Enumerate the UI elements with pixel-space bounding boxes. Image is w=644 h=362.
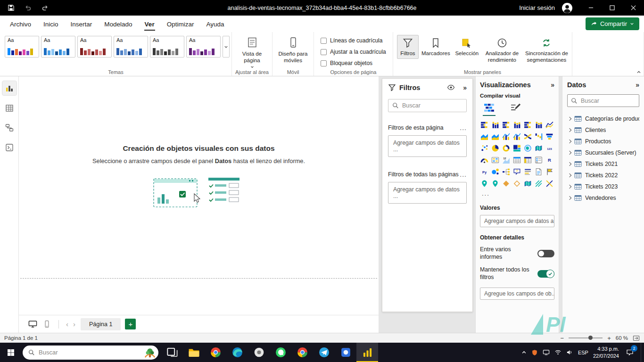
theme-card-carmesi[interactable]: Aa <box>77 36 112 58</box>
tray-display-icon[interactable] <box>543 349 550 356</box>
custom-visual-1-icon[interactable] <box>534 179 543 188</box>
zoom-slider-knob[interactable] <box>588 336 593 340</box>
kpi-icon[interactable]: 12 <box>502 156 510 164</box>
collapse-filters-icon[interactable]: » <box>463 84 467 91</box>
chevron-right-icon[interactable] <box>568 117 571 121</box>
clustered-bar-chart-icon[interactable] <box>502 120 510 129</box>
data-table-vendedores[interactable]: Vendedores <box>567 192 639 204</box>
filters-all-more-button[interactable]: ... <box>460 173 467 176</box>
dax-query-view-button[interactable] <box>2 140 17 155</box>
model-view-button[interactable] <box>2 121 17 135</box>
line-chart-icon[interactable] <box>545 120 553 129</box>
report-view-button[interactable] <box>2 81 17 95</box>
paginated-report-icon[interactable] <box>534 167 543 176</box>
ribbon-chart-icon[interactable] <box>523 132 532 140</box>
menu-optimizar[interactable]: Optimizar <box>161 16 200 31</box>
data-search-box[interactable] <box>567 94 639 107</box>
python-visual-icon[interactable]: Py <box>480 167 488 176</box>
data-table-categor-as-de-product[interactable]: Categorías de product... <box>567 113 639 124</box>
data-search-input[interactable] <box>581 98 636 104</box>
stacked-bar-chart-icon[interactable] <box>480 120 488 129</box>
redo-button[interactable] <box>38 0 52 16</box>
matrix-icon[interactable] <box>523 156 532 164</box>
taskbar-power-bi-icon[interactable] <box>356 343 378 362</box>
filters-eye-icon[interactable] <box>447 83 455 91</box>
values-field-well[interactable]: Agregar campos de datos a... <box>480 215 554 227</box>
menu-inicio[interactable]: Inicio <box>37 16 65 31</box>
previous-page-icon[interactable]: ‹ <box>64 320 71 328</box>
chevron-right-icon[interactable] <box>568 151 571 155</box>
arcgis-map-icon[interactable] <box>491 179 499 188</box>
slicer-icon[interactable] <box>534 156 543 164</box>
shape-map-icon[interactable] <box>523 179 532 188</box>
funnel-chart-icon[interactable] <box>545 132 553 140</box>
metrics-icon[interactable] <box>545 167 553 176</box>
smart-narrative-icon[interactable] <box>523 167 532 176</box>
stacked-area-chart-icon[interactable] <box>491 132 499 140</box>
selection-pane-button[interactable]: Selección <box>453 35 481 59</box>
mobile-layout-button[interactable]: Diseño para móviles <box>272 32 314 64</box>
theme-card-clasico[interactable]: Aa <box>114 36 148 58</box>
new-page-button[interactable]: + <box>125 319 136 329</box>
tray-wifi-icon[interactable] <box>554 349 561 356</box>
r-script-visual-icon[interactable]: R <box>545 156 553 164</box>
menu-ver[interactable]: Ver <box>139 16 161 31</box>
minimize-button[interactable] <box>580 0 602 16</box>
tray-chevron-up-icon[interactable] <box>521 350 527 355</box>
tray-shield-icon[interactable] <box>531 349 538 356</box>
more-visuals-button[interactable]: ... <box>482 190 490 197</box>
tray-volume-icon[interactable] <box>566 349 573 356</box>
power-automate-visual-icon[interactable] <box>512 179 521 188</box>
taskbar-search[interactable] <box>23 346 158 360</box>
zoom-slider[interactable] <box>569 337 603 338</box>
snap-to-grid-checkbox-row[interactable]: Ajustar a la cuadrícula <box>321 49 393 55</box>
bookmarks-pane-button[interactable]: Marcadores <box>420 35 452 59</box>
start-button[interactable] <box>0 343 22 362</box>
data-table-tickets-2022[interactable]: Tickets 2022 <box>567 170 639 181</box>
treemap-icon[interactable] <box>512 144 521 152</box>
theme-card-azul[interactable]: Aa <box>41 36 75 58</box>
menu-modelado[interactable]: Modelado <box>98 16 138 31</box>
sign-in-button[interactable]: Iniciar sesión <box>519 4 555 11</box>
menu-archivo[interactable]: Archivo <box>4 16 37 31</box>
zoom-in-button[interactable]: + <box>607 335 611 341</box>
filters-all-drop-zone[interactable]: Agregar campos de datos ... <box>388 182 467 204</box>
mobile-view-icon[interactable] <box>40 320 54 328</box>
page-tab[interactable]: Página 1 <box>81 318 121 330</box>
theme-card-orquidea[interactable]: Aa <box>186 36 221 58</box>
filters-search-input[interactable] <box>402 102 462 109</box>
stacked-column-100-icon[interactable] <box>534 120 543 129</box>
notifications-button[interactable]: 2 <box>624 346 636 359</box>
page-view-button[interactable]: Vista de página <box>232 32 272 69</box>
taskbar-task-view-icon[interactable] <box>161 343 183 362</box>
taskbar-chrome-profile-icon[interactable] <box>291 343 313 362</box>
lock-objects-checkbox-row[interactable]: Bloquear objetos <box>321 60 393 66</box>
desktop-view-icon[interactable] <box>25 320 40 329</box>
area-chart-icon[interactable] <box>480 132 488 140</box>
language-indicator[interactable]: ESP <box>578 350 588 355</box>
data-table-tickets-2021[interactable]: Tickets 2021 <box>567 158 639 170</box>
filters-page-more-button[interactable]: ... <box>460 126 467 130</box>
maximize-button[interactable] <box>602 0 623 16</box>
filled-map-icon[interactable] <box>534 144 543 152</box>
theme-card-predeterminado[interactable]: Aa <box>5 36 39 58</box>
lock-objects-checkbox[interactable] <box>321 60 327 66</box>
report-canvas[interactable]: Creación de objetos visuales con sus dat… <box>19 76 379 315</box>
themes-more-button[interactable] <box>223 36 230 58</box>
taskbar-search-input[interactable] <box>39 349 140 356</box>
pie-chart-icon[interactable] <box>491 144 499 152</box>
drillthrough-field-well[interactable]: Agregue los campos de ob... <box>480 288 554 300</box>
custom-visual-2-icon[interactable] <box>545 179 553 188</box>
snap-to-grid-checkbox[interactable] <box>321 49 327 55</box>
table-view-button[interactable] <box>2 101 17 115</box>
gridlines-checkbox-row[interactable]: Líneas de cuadrícula <box>321 37 393 44</box>
chevron-right-icon[interactable] <box>568 162 571 166</box>
waterfall-chart-icon[interactable] <box>534 132 543 140</box>
line-clustered-column-chart-icon[interactable] <box>512 132 521 140</box>
filters-pane-button[interactable]: Filtros <box>397 35 419 59</box>
close-button[interactable] <box>623 0 644 16</box>
theme-card-gris[interactable]: Aa <box>150 36 184 58</box>
azure-map-icon[interactable] <box>480 179 488 188</box>
cross-report-toggle[interactable] <box>537 250 554 257</box>
map-icon[interactable] <box>523 144 532 152</box>
